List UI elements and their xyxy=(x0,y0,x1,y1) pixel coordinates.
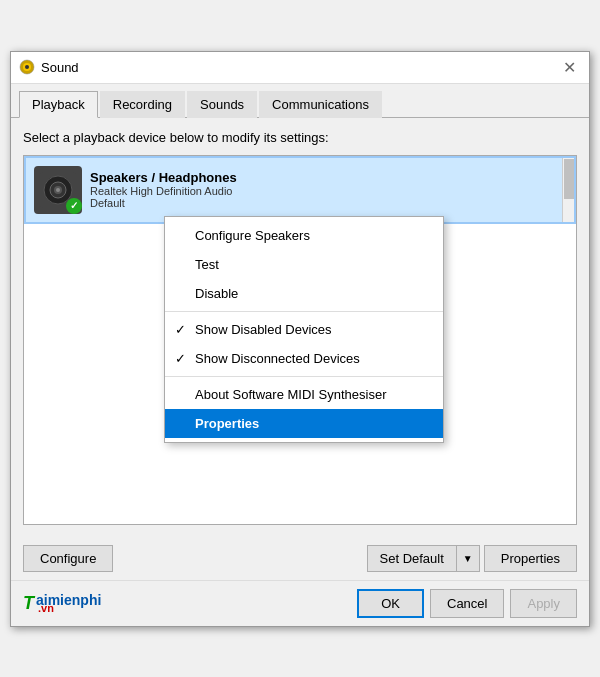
logo-t-letter: T xyxy=(23,593,34,614)
right-buttons: Set Default ▼ Properties xyxy=(367,545,577,572)
apply-button[interactable]: Apply xyxy=(510,589,577,618)
window-title: Sound xyxy=(41,60,79,75)
configure-button[interactable]: Configure xyxy=(23,545,113,572)
ctx-check-disconnected-icon: ✓ xyxy=(175,351,186,366)
ctx-configure-label: Configure Speakers xyxy=(195,228,310,243)
set-default-button[interactable]: Set Default xyxy=(367,545,456,572)
default-check-icon: ✓ xyxy=(66,198,82,214)
ctx-disable[interactable]: Disable xyxy=(165,279,443,308)
context-menu: Configure Speakers Test Disable ✓ Show D… xyxy=(164,216,444,443)
properties-button[interactable]: Properties xyxy=(484,545,577,572)
ctx-configure-speakers[interactable]: Configure Speakers xyxy=(165,221,443,250)
tab-sounds[interactable]: Sounds xyxy=(187,91,257,118)
ctx-show-disabled-label: Show Disabled Devices xyxy=(195,322,332,337)
taimienphi-logo: T aimienphi .vn xyxy=(23,592,101,614)
device-name: Speakers / Headphones xyxy=(90,170,566,185)
ctx-test-label: Test xyxy=(195,257,219,272)
device-info: Speakers / Headphones Realtek High Defin… xyxy=(90,170,566,209)
scrollbar-thumb[interactable] xyxy=(564,159,574,199)
title-bar-left: Sound xyxy=(19,59,79,75)
svg-point-7 xyxy=(56,188,60,192)
ctx-divider-1 xyxy=(165,311,443,312)
ctx-show-disabled[interactable]: ✓ Show Disabled Devices xyxy=(165,315,443,344)
ctx-disable-label: Disable xyxy=(195,286,238,301)
footer-buttons: OK Cancel Apply xyxy=(357,589,577,618)
tab-recording[interactable]: Recording xyxy=(100,91,185,118)
ctx-properties-label: Properties xyxy=(195,416,259,431)
device-status: Default xyxy=(90,197,566,209)
svg-point-2 xyxy=(25,65,29,69)
set-default-arrow-button[interactable]: ▼ xyxy=(456,545,480,572)
ctx-check-disabled-icon: ✓ xyxy=(175,322,186,337)
ctx-properties[interactable]: Properties xyxy=(165,409,443,438)
footer: T aimienphi .vn OK Cancel Apply xyxy=(11,580,589,626)
ctx-show-disconnected[interactable]: ✓ Show Disconnected Devices xyxy=(165,344,443,373)
title-bar: Sound ✕ xyxy=(11,52,589,84)
scrollbar[interactable] xyxy=(562,158,574,222)
device-description: Realtek High Definition Audio xyxy=(90,185,566,197)
ctx-about-midi[interactable]: About Software MIDI Synthesiser xyxy=(165,380,443,409)
ok-button[interactable]: OK xyxy=(357,589,424,618)
main-content: Select a playback device below to modify… xyxy=(11,118,589,537)
speaker-icon-container: ✓ xyxy=(34,166,82,214)
sound-icon xyxy=(19,59,35,75)
set-default-group: Set Default ▼ xyxy=(367,545,480,572)
device-list[interactable]: ✓ Speakers / Headphones Realtek High Def… xyxy=(23,155,577,525)
ctx-test[interactable]: Test xyxy=(165,250,443,279)
tab-playback[interactable]: Playback xyxy=(19,91,98,118)
close-button[interactable]: ✕ xyxy=(557,55,581,79)
bottom-button-bar: Configure Set Default ▼ Properties xyxy=(11,537,589,580)
ctx-about-midi-label: About Software MIDI Synthesiser xyxy=(195,387,386,402)
device-item-speakers[interactable]: ✓ Speakers / Headphones Realtek High Def… xyxy=(24,156,576,224)
ctx-show-disconnected-label: Show Disconnected Devices xyxy=(195,351,360,366)
sound-window: Sound ✕ Playback Recording Sounds Commun… xyxy=(10,51,590,627)
tab-bar: Playback Recording Sounds Communications xyxy=(11,84,589,118)
ctx-divider-2 xyxy=(165,376,443,377)
tab-communications[interactable]: Communications xyxy=(259,91,382,118)
instruction-text: Select a playback device below to modify… xyxy=(23,130,577,145)
cancel-button[interactable]: Cancel xyxy=(430,589,504,618)
